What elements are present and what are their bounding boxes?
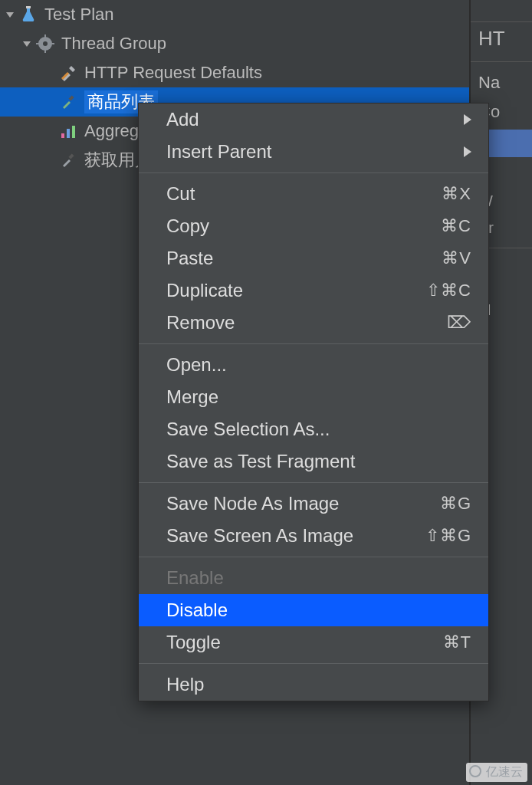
menu-separator [139,172,488,173]
submenu-arrow-icon [464,114,471,125]
menu-separator [139,557,488,557]
menu-copy[interactable]: Copy ⌘C [139,210,488,242]
menu-label: Copy [166,215,209,237]
menu-add[interactable]: Add [139,103,488,136]
menu-separator [139,343,488,344]
tree-label: HTTP Request Defaults [84,63,262,83]
gear-icon [35,34,55,54]
menu-save-screen-image[interactable]: Save Screen As Image ⇧⌘G [139,520,488,552]
tree-spacer [44,97,55,107]
menu-label: Insert Parent [166,141,271,163]
menu-duplicate[interactable]: Duplicate ⇧⌘C [139,274,488,307]
menu-label: Remove [166,312,235,333]
svg-point-4 [43,41,48,46]
menu-label: Save Screen As Image [166,525,353,547]
panel-title: HT [471,22,532,55]
menu-disable[interactable]: Disable [139,594,488,626]
menu-label: Toggle [166,632,221,653]
expand-icon[interactable] [21,38,32,49]
tree-spacer [44,67,55,78]
menu-insert-parent[interactable]: Insert Parent [139,136,488,168]
menu-paste[interactable]: Paste ⌘V [139,242,488,274]
menu-save-selection[interactable]: Save Selection As... [139,413,488,445]
tree-spacer [44,126,55,136]
menu-label: Enable [166,567,224,589]
shortcut: ⌘C [441,216,471,236]
svg-rect-7 [36,43,40,44]
expand-icon[interactable] [5,9,15,20]
shortcut: ⌘T [443,632,471,652]
menu-label: Save Node As Image [166,493,339,514]
chart-icon [58,121,78,141]
svg-rect-6 [44,49,46,53]
svg-rect-11 [67,129,70,138]
watermark: 亿速云 [466,763,527,782]
dropper-icon [58,150,78,170]
menu-label: Add [166,109,199,130]
menu-label: Help [166,674,204,695]
tree-label: Thread Group [61,34,166,54]
shortcut: ⇧⌘G [425,526,471,546]
svg-rect-8 [51,43,54,44]
submenu-arrow-icon [464,146,471,157]
menu-label: Paste [166,248,213,269]
menu-label: Cut [166,183,195,205]
menu-toggle[interactable]: Toggle ⌘T [139,626,488,659]
dropper-icon [58,92,78,112]
tree-node-test-plan[interactable]: Test Plan [0,0,469,29]
menu-enable: Enable [139,562,488,594]
menu-save-node-image[interactable]: Save Node As Image ⌘G [139,488,488,520]
menu-separator [139,663,488,664]
shortcut: ⌘X [442,184,471,204]
name-label: Na [471,68,532,97]
menu-label: Save Selection As... [166,419,330,440]
menu-label: Open... [166,354,227,376]
tree-node-thread-group[interactable]: Thread Group [0,29,469,58]
svg-rect-10 [61,133,64,138]
tree-label: Test Plan [44,5,114,25]
svg-rect-1 [26,6,31,8]
shortcut: ⌘G [440,494,471,514]
svg-marker-0 [6,12,14,18]
shortcut: ⌦ [447,313,471,333]
menu-label: Save as Test Fragment [166,451,355,472]
context-menu: Add Insert Parent Cut ⌘X Copy ⌘C Paste ⌘… [138,103,489,701]
flask-icon [18,5,38,25]
menu-label: Merge [166,386,218,408]
menu-cut[interactable]: Cut ⌘X [139,178,488,210]
menu-help[interactable]: Help [139,668,488,701]
menu-merge[interactable]: Merge [139,381,488,413]
svg-rect-12 [72,126,75,138]
tree-spacer [44,155,55,166]
menu-remove[interactable]: Remove ⌦ [139,307,488,339]
menu-open[interactable]: Open... [139,349,488,381]
svg-rect-9 [68,95,74,100]
shortcut: ⌘V [442,248,471,268]
basic-tab[interactable] [486,130,532,157]
svg-rect-13 [68,153,74,159]
svg-rect-5 [44,34,46,38]
tree-node-http-defaults[interactable]: HTTP Request Defaults [0,58,469,87]
menu-save-fragment[interactable]: Save as Test Fragment [139,445,488,478]
menu-label: Disable [166,599,228,621]
shortcut: ⇧⌘C [426,281,471,301]
menu-label: Duplicate [166,280,243,301]
svg-marker-2 [23,41,31,47]
wrench-icon [58,63,78,83]
menu-separator [139,482,488,483]
